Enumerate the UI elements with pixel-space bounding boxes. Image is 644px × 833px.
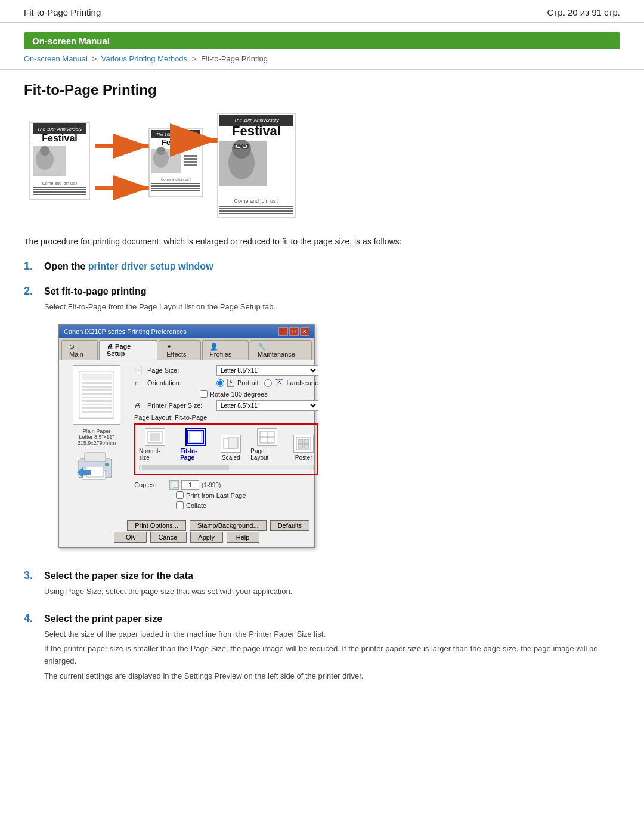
rotate-row: Rotate 180 degrees bbox=[200, 390, 318, 398]
copies-icon: 📃 bbox=[169, 480, 179, 490]
breadcrumb: On-screen Manual > Various Printing Meth… bbox=[0, 49, 644, 70]
svg-text:Festival: Festival bbox=[42, 133, 78, 143]
svg-rect-27 bbox=[151, 183, 200, 184]
step-3-number: 3. bbox=[24, 569, 38, 603]
layout-normal-label: Normal-size bbox=[139, 448, 171, 461]
svg-rect-61 bbox=[82, 407, 112, 409]
dialog-maximize-btn[interactable]: □ bbox=[289, 327, 299, 336]
breadcrumb-link-methods[interactable]: Various Printing Methods bbox=[101, 54, 187, 63]
orientation-row: ↕ Orientation: A Portrait A bbox=[134, 379, 318, 387]
svg-rect-56 bbox=[82, 389, 112, 391]
svg-rect-58 bbox=[82, 397, 112, 398]
page-size-select[interactable]: Letter 8.5"x11" bbox=[216, 365, 318, 376]
dialog-tab-effects[interactable]: ✦ Effects bbox=[159, 340, 200, 360]
printer-paper-size-select[interactable]: Letter 8.5"x11" bbox=[216, 400, 318, 411]
cancel-btn[interactable]: Cancel bbox=[150, 532, 186, 543]
collate-checkbox[interactable] bbox=[176, 501, 184, 509]
step-4-p1: Select the size of the paper loaded in t… bbox=[44, 628, 620, 641]
layout-fit-icon bbox=[185, 428, 206, 446]
svg-rect-55 bbox=[82, 386, 112, 388]
dialog-tab-profiles[interactable]: 👤 Profiles bbox=[202, 340, 249, 360]
dialog-tab-page-setup[interactable]: 🖨 Page Setup bbox=[99, 340, 157, 360]
printer-paper-size-label: Printer Paper Size: bbox=[147, 402, 213, 409]
dialog-minimize-btn[interactable]: ─ bbox=[278, 327, 288, 336]
layout-normal-size[interactable]: Normal-size bbox=[139, 428, 171, 461]
step-1-title-link[interactable]: printer driver setup window bbox=[88, 261, 213, 271]
rotate-checkbox[interactable] bbox=[200, 390, 208, 398]
portrait-radio[interactable]: A Portrait bbox=[216, 379, 258, 387]
landscape-radio[interactable]: A Landscape bbox=[264, 379, 318, 387]
svg-point-43 bbox=[243, 145, 246, 147]
ok-btn[interactable]: OK bbox=[114, 532, 147, 543]
page-size-row: 📄 Page Size: Letter 8.5"x11" bbox=[134, 365, 318, 376]
svg-rect-11 bbox=[33, 194, 86, 195]
layout-page-layout-icon bbox=[257, 428, 277, 446]
step-1-title-plain: Open the bbox=[44, 261, 88, 271]
dialog-close-btn[interactable]: ✕ bbox=[300, 327, 309, 336]
printer-paper-size-row: 🖨 Printer Paper Size: Letter 8.5"x11" bbox=[134, 400, 318, 411]
svg-text:Come and join us !: Come and join us ! bbox=[42, 181, 77, 186]
breadcrumb-current: Fit-to-Page Printing bbox=[201, 54, 268, 63]
dialog-titlebar-buttons: ─ □ ✕ bbox=[278, 327, 309, 336]
page-layout-label: Page Layout: Fit-to-Page bbox=[134, 414, 318, 421]
svg-rect-74 bbox=[190, 432, 202, 442]
step-2-description: Select Fit-to-Page from the Page Layout … bbox=[44, 301, 620, 313]
svg-rect-72 bbox=[150, 433, 160, 441]
printer-icon bbox=[76, 450, 117, 482]
step-1-content: Open the printer driver setup window bbox=[44, 260, 620, 275]
dialog-footer-1: Print Options... Stamp/Background... Def… bbox=[59, 518, 314, 532]
print-options-btn[interactable]: Print Options... bbox=[127, 520, 186, 531]
layout-fit-label: Fit-to-Page bbox=[180, 448, 211, 461]
layout-scrollbar[interactable] bbox=[139, 465, 314, 470]
svg-rect-81 bbox=[298, 439, 303, 444]
copies-section: Copies: 📃 (1-999) Print from Last Page bbox=[134, 480, 318, 509]
print-last-page-checkbox[interactable] bbox=[176, 491, 184, 499]
stamp-background-btn[interactable]: Stamp/Background... bbox=[190, 520, 267, 531]
dialog-tab-maintenance[interactable]: 🔧 Maintenance bbox=[250, 340, 312, 360]
dialog-tab-main[interactable]: ⊙ Main bbox=[61, 340, 98, 360]
intro-text: The procedure for printing document, whi… bbox=[24, 236, 620, 248]
svg-text:The 10th Anniversary: The 10th Anniversary bbox=[234, 117, 280, 123]
layout-page-layout-label: Page Layout bbox=[250, 448, 284, 461]
svg-rect-57 bbox=[82, 393, 112, 395]
step-3-content: Select the paper size for the data Using… bbox=[44, 569, 620, 603]
collate-row: Collate bbox=[176, 501, 318, 509]
copies-input[interactable] bbox=[181, 480, 199, 490]
svg-rect-83 bbox=[298, 444, 303, 448]
layout-poster-label: Poster bbox=[295, 454, 312, 461]
dialog-left-panel: Plain Paper Letter 8.5"x11" 215.9x279.4m… bbox=[64, 365, 129, 513]
orientation-icon: ↕ bbox=[134, 379, 144, 386]
page-header: Fit-to-Page Printing Стр. 20 из 91 стр. bbox=[0, 0, 644, 23]
svg-rect-64 bbox=[85, 453, 106, 462]
step-3: 3. Select the paper size for the data Us… bbox=[24, 569, 620, 603]
layout-fit-to-page[interactable]: Fit-to-Page bbox=[180, 428, 211, 461]
dialog-box: Canon iX210P series Printing Preferences… bbox=[58, 324, 315, 548]
svg-rect-49 bbox=[219, 208, 293, 209]
svg-text:Come and join us !: Come and join us ! bbox=[161, 178, 191, 181]
svg-rect-62 bbox=[82, 411, 112, 413]
layout-poster[interactable]: Poster bbox=[293, 435, 314, 461]
svg-rect-24 bbox=[184, 161, 197, 163]
svg-rect-8 bbox=[33, 187, 86, 188]
layout-page-layout[interactable]: Page Layout bbox=[250, 428, 284, 461]
step-2: 2. Set fit-to-page printing Select Fit-t… bbox=[24, 285, 620, 560]
copies-label: Copies: bbox=[134, 481, 167, 488]
svg-rect-25 bbox=[184, 164, 197, 166]
layout-scaled[interactable]: Scaled bbox=[221, 435, 241, 461]
page-header-title: Fit-to-Page Printing bbox=[24, 7, 101, 17]
layout-scaled-icon bbox=[221, 435, 241, 453]
step-4-p2: If the printer paper size is smaller tha… bbox=[44, 643, 620, 668]
page-title: Fit-to-Page Printing bbox=[24, 82, 620, 98]
banner-text: On-screen Manual bbox=[32, 36, 110, 46]
svg-rect-10 bbox=[33, 191, 86, 193]
defaults-btn[interactable]: Defaults bbox=[270, 520, 309, 531]
step-4-title: Select the print paper size bbox=[44, 612, 620, 625]
svg-rect-22 bbox=[184, 155, 197, 157]
apply-btn[interactable]: Apply bbox=[190, 532, 223, 543]
breadcrumb-link-manual[interactable]: On-screen Manual bbox=[24, 54, 88, 63]
step-1: 1. Open the printer driver setup window bbox=[24, 260, 620, 275]
help-btn[interactable]: Help bbox=[227, 532, 259, 543]
collate-label: Collate bbox=[186, 502, 206, 509]
dialog-right-panel: 📄 Page Size: Letter 8.5"x11" ↕ Orientati… bbox=[134, 365, 318, 513]
svg-rect-50 bbox=[219, 210, 293, 212]
